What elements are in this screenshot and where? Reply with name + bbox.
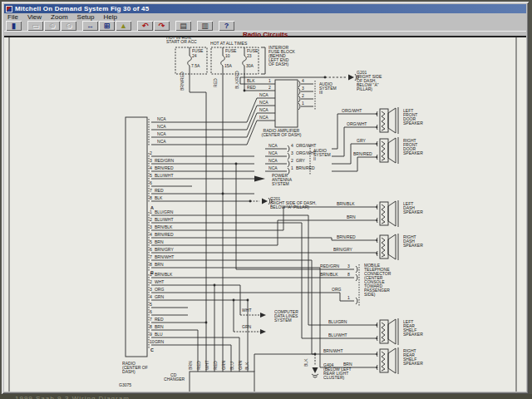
fuse2-num: 10 — [225, 54, 230, 58]
g404-label: G404 (BELOW LEFT REAR LIGHT CLUSTER) — [323, 363, 352, 380]
fuse3-name: FUSE — [247, 49, 258, 53]
fuse-block-location: INTERIOR FUSE BLOCK (BEHIND LEFT END OF … — [268, 46, 295, 66]
radio-pin-row: 5BLU/WHT — [150, 174, 174, 178]
bottom-caption-band: 1999 Saab 9-3 Wiring Diagram — [0, 394, 532, 399]
wire-label: ORG/WHT — [342, 109, 362, 113]
radio-pin-row: 2WHT — [150, 280, 164, 284]
print-setup-button[interactable]: ▥ — [197, 21, 213, 31]
radio-pin-row: 8BLK — [150, 196, 162, 200]
redo-button[interactable]: ↷ — [154, 21, 170, 31]
radio-pin-row: 4BRN/RED — [150, 233, 174, 237]
diagram-canvas[interactable]: HOT IN RUN, START OR ACC HOT AT ALL TIME… — [4, 37, 526, 392]
menu-file[interactable]: File — [4, 13, 24, 21]
g201-top-label: G201 (RIGHT SIDE OF DASH, BELOW "A" PILL… — [357, 71, 382, 91]
cd-changer-box — [190, 372, 254, 392]
radio-pin-row: 7RED — [150, 189, 164, 193]
fit-width-button[interactable]: ↔ — [82, 21, 98, 31]
wiring-svg — [4, 37, 526, 392]
fit-page-button[interactable]: ⊞ — [99, 21, 115, 31]
menu-zoom[interactable]: Zoom — [47, 13, 73, 21]
computer-wire0: WHT — [242, 308, 251, 313]
fuse2-amps: 15A — [224, 64, 232, 68]
circuit-header: Radio Circuits — [4, 31, 526, 37]
amp-in4-wire: NCA — [259, 101, 268, 105]
menu-help[interactable]: Help — [100, 13, 122, 21]
amp-out-pin3: 3 — [302, 86, 304, 91]
radio-pin-row: 4GRN — [150, 295, 164, 299]
cd-changer-label: CD CHANGER — [164, 373, 184, 382]
feed1-label: HOT IN RUN, START OR ACC — [166, 37, 197, 44]
fuse1-amps: 7.5A — [191, 64, 200, 68]
speaker-name: LEFT REAR SHELF SPEAKER — [403, 320, 423, 337]
phone-wire2: ORG — [332, 288, 341, 292]
amp-output-stubs — [298, 81, 315, 110]
wire-label: BRN/BLK — [337, 202, 355, 206]
wire-label: BRN — [347, 215, 356, 219]
help-button[interactable]: ? — [219, 21, 234, 31]
fuse-boxes — [175, 47, 259, 74]
toolbar: ▮ ▭ ⊕ ⊖ ↔ ⊞ ▲ ↶ ↷ ▤ ▥ ? — [4, 21, 526, 31]
menu-view[interactable]: View — [24, 13, 47, 21]
feed-wire2-label: RED — [214, 78, 218, 87]
radio-top-row2: NCA — [157, 132, 166, 136]
as2-nca3: NCA — [268, 166, 278, 170]
fuse2-name: FUSE — [225, 49, 236, 53]
radio-top-row3: NCA — [157, 140, 166, 144]
title-bar[interactable]: Mitchell On Demand System Fig 30 of 45 — [4, 4, 526, 13]
amp-in1-wire: BLK — [247, 79, 255, 83]
fuse3-amps: 30A — [246, 64, 254, 68]
amplifier-label: RADIO AMPLIFIER (CENTER OF DASH) — [257, 129, 306, 137]
wiring-diagram: HOT IN RUN, START OR ACC HOT AT ALL TIME… — [4, 37, 526, 392]
zoom-out-button[interactable]: ⊖ — [61, 21, 76, 31]
computer-wire1: GRN — [242, 325, 251, 329]
feed-wire3-label: BLK/RED — [235, 71, 239, 89]
as2-pin1: 3 — [291, 151, 293, 155]
radio-connector-box — [126, 117, 147, 357]
radio-pin-row: 8BRN — [150, 263, 164, 267]
phone-wire0: RED/GRN — [320, 264, 339, 268]
radio-pin-row: 3BRN/BLK — [150, 225, 172, 229]
document-button[interactable]: ▮ — [6, 21, 22, 31]
audio-system3-label: AUDIO SYSTEM III — [319, 82, 337, 95]
phone-pin0: 3 — [347, 264, 350, 268]
menu-setup[interactable]: Setup — [74, 13, 101, 21]
radio-pin-row: 1BLU/GRN — [150, 210, 173, 214]
radio-top-row1: NCA — [157, 125, 166, 129]
window-title: Mitchell On Demand System Fig 30 of 45 — [15, 5, 149, 12]
radio-pin-row: 3ORG — [150, 288, 164, 292]
wire-label: BLU/WHT — [328, 333, 347, 337]
amp-in5-wire: NCA — [259, 108, 268, 112]
computer-data-label: COMPUTER DATA LINES SYSTEM — [274, 310, 298, 323]
undo-button[interactable]: ↶ — [137, 21, 153, 31]
circuit-title: Radio Circuits — [4, 32, 526, 37]
app-icon — [6, 6, 12, 12]
as2-wire0: ORG/WHT — [296, 144, 316, 148]
speaker-name: RIGHT REAR SHELF SPEAKER — [403, 349, 423, 366]
cd-wire6: GRN — [239, 361, 243, 370]
radio-pin-row: 2 — [150, 151, 155, 155]
radio-pin-row: 7RED — [150, 318, 164, 322]
cd-wire2: WHT — [205, 361, 209, 370]
speaker-name: RIGHT DASH SPEAKER — [403, 235, 423, 248]
amp-out-pin1: 1 — [302, 101, 304, 106]
radio-top-row0: NCA — [157, 117, 166, 121]
connector-a-label: A — [150, 205, 154, 209]
print-button[interactable]: ▤ — [175, 21, 191, 31]
as2-nca0: NCA — [268, 144, 278, 148]
radio-pin-row: 7BRN/WHT — [150, 255, 174, 259]
amp-in2-pin: 2 — [268, 86, 271, 90]
wire-label: BRN/RED — [353, 152, 372, 156]
audio-system2-label: AUDIO SYSTEM II — [313, 149, 331, 161]
wire-label: GRY — [357, 139, 366, 143]
wire-label: BLU/GRN — [328, 320, 347, 324]
as2-pin2: 2 — [291, 159, 293, 163]
page-button[interactable]: ▭ — [27, 21, 43, 31]
radio-pin-row: 6 — [150, 310, 155, 314]
cd-wire7: BLK — [245, 362, 249, 370]
radio-pin-row: 10GRN — [150, 340, 164, 344]
cd-wire4: GRN — [222, 361, 226, 370]
wire-label: BRN/WHT — [323, 349, 343, 353]
radio-label: RADIO (CENTER OF DASH) — [122, 362, 148, 374]
zoom-in-button[interactable]: ⊕ — [44, 21, 60, 31]
highlight-button[interactable]: ▲ — [116, 21, 131, 31]
